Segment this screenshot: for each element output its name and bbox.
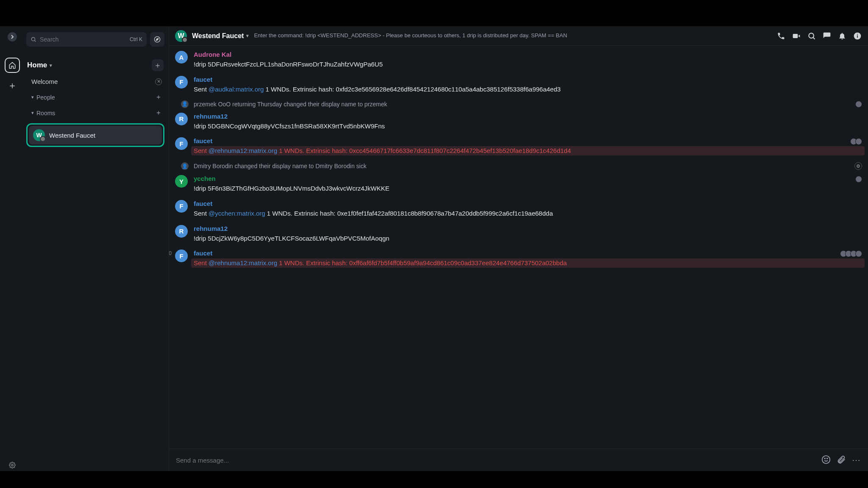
message-content: !drip 5F6n3BiZThGfHGzbo3UMopLNVmsDdvbJ3w… [194, 184, 862, 193]
chevron-down-icon: ▾ [50, 63, 52, 68]
main-panel: W Westend Faucet▾ Enter the command: !dr… [169, 26, 868, 471]
rooms-label: Rooms [36, 110, 55, 116]
search-field[interactable] [40, 36, 126, 43]
message-content: Sent @rehnuma12:matrix.org 1 WNDs. Extri… [194, 258, 862, 268]
search-input[interactable]: Ctrl K [26, 32, 147, 47]
state-text: przemek OoO returning Thursday changed t… [194, 101, 387, 108]
home-space-button[interactable] [5, 58, 20, 73]
room-topic: Enter the command: !drip <WESTEND_ADDRES… [254, 32, 771, 39]
composer-input[interactable] [176, 457, 816, 464]
read-receipts[interactable] [857, 101, 862, 108]
message: FfaucetSent @rehnuma12:matrix.org 1 WNDs… [175, 135, 862, 160]
message-content: !drip 5DGBNCogWVqtg88yVCfszs1fnBSRa58XK9… [194, 122, 862, 131]
read-receipts[interactable] [842, 250, 862, 257]
sender-name[interactable]: ycchen [194, 175, 862, 182]
room-name: Westend Faucet [49, 132, 95, 139]
spaces-rail: ＋ [0, 26, 25, 471]
add-person-button[interactable]: ＋ [155, 93, 162, 102]
room-avatar: W [33, 129, 45, 141]
attach-icon[interactable] [837, 455, 846, 465]
more-icon[interactable]: ⋯ [852, 455, 861, 465]
state-event: 👤Dmitry Borodin changed their display na… [175, 160, 862, 172]
user-mention[interactable]: @rehnuma12:matrix.org [209, 259, 277, 266]
room-info-icon[interactable] [853, 31, 862, 41]
user-mention[interactable]: @ycchen:matrix.org [209, 210, 265, 217]
message: FfaucetSent @audkal:matrix.org 1 WNDs. E… [175, 73, 862, 98]
video-call-icon[interactable] [792, 31, 801, 41]
message-timestamp: 15:30 [169, 250, 174, 256]
search-icon [31, 36, 36, 42]
avatar[interactable]: F [175, 200, 188, 213]
emoji-icon[interactable] [821, 455, 831, 465]
read-receipts[interactable] [857, 176, 862, 183]
notifications-icon[interactable] [837, 31, 847, 41]
user-mention[interactable]: @audkal:matrix.org [209, 86, 264, 93]
add-room-button[interactable]: ＋ [155, 108, 162, 117]
sender-name[interactable]: faucet [194, 200, 862, 207]
sender-name[interactable]: Audrone Kal [194, 51, 862, 58]
avatar[interactable]: R [175, 225, 188, 238]
avatar[interactable]: F [175, 137, 188, 150]
message: FfaucetSent @ycchen:matrix.org 1 WNDs. E… [175, 197, 862, 222]
message-timeline[interactable]: AAudrone Kal!drip 5DFuRsvekctFzcLPL1shaD… [169, 46, 868, 449]
svg-point-0 [11, 464, 13, 466]
avatar[interactable]: Y [175, 175, 188, 188]
message-content: !drip 5DcjZkW6y8pC5D6YyeTLKCFSocaz6LWFqa… [194, 234, 862, 243]
message-content: !drip 5DFuRsvekctFzcLPL1shaDonRFswoDrTJh… [194, 60, 862, 69]
welcome-row[interactable]: Welcome ✕ [26, 74, 164, 89]
person-icon: 👤 [181, 100, 189, 108]
svg-point-11 [827, 458, 828, 459]
sender-name[interactable]: rehnuma12 [194, 113, 862, 120]
message: Rrehnuma12!drip 5DGBNCogWVqtg88yVCfszs1f… [175, 110, 862, 135]
avatar[interactable]: A [175, 51, 188, 64]
svg-rect-7 [857, 35, 858, 38]
sender-name[interactable]: rehnuma12 [194, 225, 862, 232]
search-room-icon[interactable] [807, 31, 816, 41]
svg-point-1 [31, 37, 35, 41]
message-composer: ⋯ [169, 449, 868, 471]
room-header-title[interactable]: Westend Faucet▾ [192, 32, 249, 40]
message: Yycchen!drip 5F6n3BiZThGfHGzbo3UMopLNVms… [175, 172, 862, 197]
people-section[interactable]: ▾People ＋ [26, 89, 164, 105]
svg-point-9 [822, 456, 830, 463]
user-mention[interactable]: @rehnuma12:matrix.org [209, 147, 277, 154]
expand-icon[interactable] [8, 32, 17, 42]
settings-icon[interactable] [9, 462, 16, 469]
message-content: Sent @audkal:matrix.org 1 WNDs. Extrinsi… [194, 85, 862, 94]
sender-name[interactable]: faucet [194, 137, 862, 144]
svg-rect-4 [793, 34, 798, 38]
svg-rect-8 [857, 34, 858, 35]
space-title[interactable]: Home▾ [27, 61, 52, 69]
message: AAudrone Kal!drip 5DFuRsvekctFzcLPL1shaD… [175, 48, 862, 73]
voice-call-icon[interactable] [776, 31, 786, 41]
state-event: 👤przemek OoO returning Thursday changed … [175, 98, 862, 110]
room-header-avatar[interactable]: W [175, 30, 187, 42]
chevron-down-icon: ▾ [31, 94, 34, 100]
message: 15:30FfaucetSent @rehnuma12:matrix.org 1… [175, 247, 862, 272]
svg-point-5 [809, 33, 814, 38]
message: Rrehnuma12!drip 5DcjZkW6y8pC5D6YyeTLKCFS… [175, 222, 862, 247]
room-list-sidebar: Ctrl K Home▾ ＋ Welcome ✕ ▾People ＋ ▾Room… [25, 26, 169, 471]
people-label: People [36, 94, 55, 101]
add-room-button[interactable]: ＋ [152, 59, 164, 71]
sender-name[interactable]: faucet [194, 250, 862, 257]
message-content: Sent @ycchen:matrix.org 1 WNDs. Extrinsi… [194, 209, 862, 218]
message-content: Sent @rehnuma12:matrix.org 1 WNDs. Extri… [194, 146, 862, 155]
rooms-section[interactable]: ▾Rooms ＋ [26, 105, 164, 121]
read-receipts[interactable] [852, 138, 862, 145]
avatar[interactable]: R [175, 113, 188, 125]
avatar[interactable]: F [175, 250, 188, 262]
add-space-button[interactable]: ＋ [5, 78, 20, 93]
sender-name[interactable]: faucet [194, 76, 862, 83]
room-tile-selected[interactable]: W Westend Faucet [26, 123, 164, 147]
close-icon[interactable]: ✕ [155, 78, 162, 85]
welcome-label: Welcome [31, 78, 58, 85]
threads-icon[interactable] [822, 31, 832, 41]
svg-marker-3 [156, 38, 158, 40]
room-header: W Westend Faucet▾ Enter the command: !dr… [169, 26, 868, 46]
avatar[interactable]: F [175, 76, 188, 89]
chevron-down-icon: ▾ [246, 33, 249, 39]
explore-button[interactable] [150, 32, 164, 47]
gear-icon[interactable]: ⚙ [854, 162, 862, 170]
svg-point-10 [824, 458, 825, 459]
